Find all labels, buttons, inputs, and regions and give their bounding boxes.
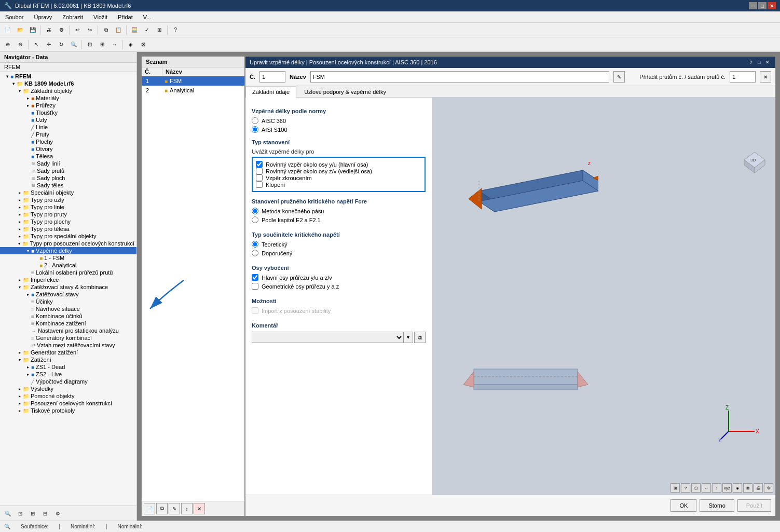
- open-btn[interactable]: 📂: [15, 24, 26, 36]
- nav-collapse-btn[interactable]: ⊟: [39, 508, 51, 519]
- minimize-button[interactable]: ─: [749, 2, 757, 9]
- radio-aisi-s100-item[interactable]: AISI S100: [252, 126, 426, 133]
- move-item-btn[interactable]: ↕: [181, 503, 193, 514]
- nav-item-pruty[interactable]: ╱ Pruty: [0, 131, 136, 138]
- check-hlavni-osy[interactable]: [252, 274, 258, 281]
- check-hlavni-osy-item[interactable]: Hlavní osy průřezu y/u a z/v: [252, 274, 426, 281]
- radio-podle-kapitol-item[interactable]: Podle kapitol E2 a F2.1: [252, 216, 426, 223]
- settings-btn[interactable]: ⚙: [56, 24, 67, 36]
- rotate-btn[interactable]: ↻: [56, 39, 67, 50]
- calc-btn[interactable]: 🧮: [129, 24, 140, 36]
- nav-item-pruреzy[interactable]: ▸ ■ Průřezy: [0, 102, 136, 109]
- radio-aisc360[interactable]: [252, 117, 258, 124]
- radio-aisi-s100[interactable]: [252, 126, 258, 133]
- check-roviny-y[interactable]: [256, 161, 263, 168]
- nav-item-generatory-komb[interactable]: ≡ Generátory kombinací: [0, 334, 136, 342]
- dialog-help-btn[interactable]: ?: [747, 59, 755, 66]
- nav-settings-btn[interactable]: ⚙: [52, 508, 63, 519]
- nav-item-posouzeni-ocel[interactable]: ▸ 📁 Posouzení ocelových konstrukcí: [0, 400, 136, 407]
- check-vzper-zkroucenim[interactable]: [256, 174, 263, 181]
- seznam-item-1[interactable]: 1 ■ FSM: [142, 76, 244, 86]
- radio-doporuceny[interactable]: [252, 250, 258, 256]
- storno-button[interactable]: Storno: [700, 499, 734, 512]
- viewxy-btn[interactable]: ⊠: [138, 39, 149, 50]
- nav-filter-btn[interactable]: ⊡: [15, 508, 26, 519]
- nav-item-zs1[interactable]: ▸ ■ ZS1 - Dead: [0, 363, 136, 371]
- vp-btn-1[interactable]: ⊞: [670, 483, 680, 493]
- copy-btn[interactable]: ⧉: [100, 24, 112, 36]
- nav-item-tloustky[interactable]: ■ Tloušťky: [0, 109, 136, 116]
- nav-arrow-typy-telesa[interactable]: ▸: [17, 227, 23, 231]
- nav-arrow-typy-uzly[interactable]: ▸: [17, 198, 23, 202]
- name-edit-btn[interactable]: ✎: [613, 71, 625, 83]
- radio-metoda-konecneho-item[interactable]: Metoda konečného pásu: [252, 208, 426, 214]
- check-klopeni-item[interactable]: Klopení: [256, 181, 421, 188]
- nav-item-typy-pruty[interactable]: ▸ 📁 Typy pro pruty: [0, 211, 136, 218]
- nav-item-tiskove-protokoly[interactable]: ▸ 📁 Tiskové protokoly: [0, 407, 136, 414]
- menu-pridat[interactable]: Přidat: [115, 13, 136, 21]
- nav-item-typy-uzly[interactable]: ▸ 📁 Typy pro uzly: [0, 196, 136, 203]
- nav-arrow-posouzeni-ocel[interactable]: ▸: [17, 401, 23, 406]
- menu-vlozit[interactable]: Vložit: [90, 13, 111, 21]
- nav-item-ucinky[interactable]: ≡ Účinky: [0, 298, 136, 305]
- radio-teoreticky-item[interactable]: Teoretický: [252, 241, 426, 248]
- nav-expand-btn[interactable]: ⊞: [27, 508, 38, 519]
- vp-btn-10[interactable]: ⚙: [764, 483, 773, 493]
- vp-btn-6[interactable]: xyz: [722, 483, 732, 493]
- nav-arrow-materialy[interactable]: ▸: [25, 96, 31, 101]
- nav-item-vzperne[interactable]: ▾ ■ Vzpěrné délky: [0, 247, 136, 254]
- nav-item-sady-prutu[interactable]: ≋ Sady prutů: [0, 167, 136, 174]
- radio-doporuceny-item[interactable]: Doporučený: [252, 250, 426, 256]
- select-btn[interactable]: ↖: [31, 39, 42, 50]
- nav-item-sady-ploch[interactable]: ≋ Sady ploch: [0, 174, 136, 182]
- tab-zakladni-udaje[interactable]: Základní údaje: [245, 86, 296, 98]
- nav-item-linie[interactable]: ╱ Linie: [0, 124, 136, 131]
- vp-btn-2[interactable]: ?: [681, 483, 690, 493]
- komentar-select[interactable]: [252, 332, 404, 343]
- nav-item-typy-plochy[interactable]: ▸ 📁 Typy pro plochy: [0, 218, 136, 225]
- nav-search-btn[interactable]: 🔍: [2, 508, 13, 519]
- nav-item-plochy[interactable]: ■ Plochy: [0, 138, 136, 145]
- nav-arrow-typy-pruty[interactable]: ▸: [17, 212, 23, 217]
- vp-btn-4[interactable]: ↔: [702, 483, 711, 493]
- nav-arrow-zatizeni[interactable]: ▾: [17, 358, 23, 362]
- pouzit-button[interactable]: Použít: [737, 499, 771, 512]
- nav-item-zakladni[interactable]: ▾ 📁 Základní objekty: [0, 87, 136, 94]
- nav-item-nastaveni-static[interactable]: → Nastavení pro statickou analýzu: [0, 327, 136, 334]
- nav-arrow-generator-zatizeni[interactable]: ▸: [17, 350, 23, 355]
- nav-arrow-zatezovaci-komb[interactable]: ▾: [17, 285, 23, 290]
- nav-item-kombinace-ucinku[interactable]: ≡ Kombinace účinků: [0, 312, 136, 320]
- nav-item-typy-special[interactable]: ▸ 📁 Typy pro speciální objekty: [0, 233, 136, 240]
- dialog-close-btn[interactable]: ✕: [764, 59, 771, 66]
- check-btn[interactable]: ✓: [141, 24, 153, 36]
- new-btn[interactable]: 📄: [2, 24, 13, 36]
- maximize-button[interactable]: □: [758, 2, 767, 9]
- nav-item-sady-teles[interactable]: ≋ Sady těles: [0, 182, 136, 189]
- check-roviny-z[interactable]: [256, 168, 263, 174]
- nav-arrow-tiskove-protokoly[interactable]: ▸: [17, 408, 23, 413]
- nav-arrow-vysledky[interactable]: ▸: [17, 387, 23, 391]
- duplicate-item-btn[interactable]: ⧉: [156, 503, 168, 514]
- snap-btn[interactable]: ⊡: [84, 39, 95, 50]
- nav-item-typy-telesa[interactable]: ▸ 📁 Typy pro tělesa: [0, 225, 136, 233]
- nav-item-otvory[interactable]: ■ Otvory: [0, 145, 136, 153]
- check-klopeni[interactable]: [256, 181, 263, 188]
- vp-btn-5[interactable]: ↕: [712, 483, 721, 493]
- view-btn-2[interactable]: ⊖: [15, 39, 26, 50]
- nav-arrow-typy-linie[interactable]: ▸: [17, 205, 23, 210]
- move-btn[interactable]: ✛: [43, 39, 54, 50]
- nav-item-model[interactable]: ▾ 📁 KB 1809 Model.rf6: [0, 80, 136, 87]
- komentar-copy-btn[interactable]: ⧉: [414, 332, 426, 343]
- check-vzper-zkroucenim-item[interactable]: Vzpěr zkroucením: [256, 174, 421, 181]
- paste-btn[interactable]: 📋: [113, 24, 124, 36]
- check-roviny-z-item[interactable]: Rovinný vzpěr okolo osy z/v (vedlejší os…: [256, 168, 421, 174]
- nav-item-materialy[interactable]: ▸ ■ Materiály: [0, 94, 136, 102]
- radio-podle-kapitol[interactable]: [252, 216, 258, 223]
- dim-btn[interactable]: ↔: [109, 39, 120, 50]
- radio-metoda-konecneho[interactable]: [252, 208, 258, 214]
- zoom-btn[interactable]: 🔍: [68, 39, 79, 50]
- tab-uzlove-podpory[interactable]: Uzlové podpory & vzpěrné délky: [297, 86, 393, 97]
- menu-zobrazit[interactable]: Zobrazit: [59, 13, 86, 21]
- name-field[interactable]: [310, 71, 610, 83]
- nav-item-rfem[interactable]: ▾ ■ RFEM: [0, 73, 136, 80]
